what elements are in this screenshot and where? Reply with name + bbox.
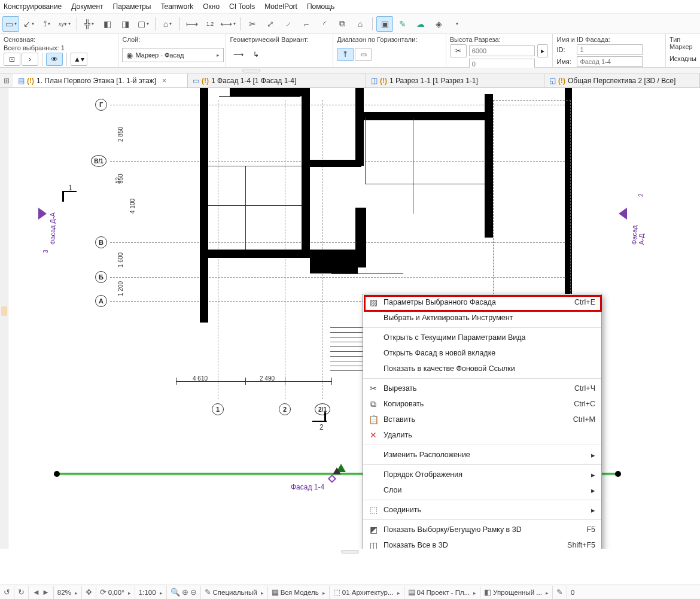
dim-chain-icon[interactable]: ⟼ (184, 16, 200, 32)
geom1-icon[interactable]: ⟶ (230, 48, 246, 61)
tab-plan[interactable]: ▤ (!) 1. План Первого Этажа [1. 1-й этаж… (13, 74, 188, 87)
context-menu: ▨ Параметры Выбранного ФасадаCtrl+E Выбр… (363, 294, 602, 549)
menu-modelport[interactable]: ModelPort (264, 2, 297, 11)
tab-fasad[interactable]: ▭ (!) 1 Фасад 1-4 [1 Фасад 1-4] (188, 74, 366, 87)
rect-icon[interactable]: ▢ (135, 16, 151, 32)
copy-icon: ⧉ (368, 399, 379, 409)
ctx-paste[interactable]: 📋ВставитьCtrl+М (363, 412, 601, 427)
fasad-tab-icon: ▭ (193, 77, 199, 85)
ctx-delete[interactable]: ✕Удалить (363, 427, 601, 443)
dim-linear-icon[interactable]: 1.2 (202, 16, 218, 32)
grid-bubble-g: Г (95, 99, 107, 111)
marker-type-label: Тип Маркер (669, 36, 696, 50)
tab-razrez[interactable]: ◫ (!) 1 Разрез 1-1 [1 Разрез 1-1] (366, 74, 544, 87)
ctx-show3d-all[interactable]: ◫Показать Все в 3DShift+F5 (363, 537, 601, 549)
fillet-icon[interactable]: ◜ (316, 16, 333, 32)
xy-tool-icon[interactable]: xy▾ (56, 16, 73, 32)
pencil-icon[interactable]: ✎ (394, 16, 411, 32)
scissors-icon: ✂ (368, 384, 379, 393)
drawing-canvas[interactable]: Г В/1 В Б А 1 2 2/1 2 850 950 4 100 1 60… (8, 88, 700, 549)
menu-window[interactable]: Окно (203, 2, 220, 11)
ctx-cut[interactable]: ✂ВырезатьCtrl+Ч (363, 381, 601, 396)
layer-dropdown[interactable]: ◉Маркер - Фасад ▸ (122, 48, 224, 62)
connect-icon: ⬚ (368, 505, 379, 515)
line-tool-icon[interactable]: ↙ (20, 16, 37, 32)
hrange2-icon[interactable]: ▭ (355, 48, 372, 61)
grid-bubble-21: 2/1 (315, 403, 330, 415)
marker-type-val: Исходны (669, 55, 696, 62)
ctx-layers[interactable]: Слои▸ (363, 482, 601, 498)
ctx-connect[interactable]: ⬚Соединить▸ (363, 502, 601, 518)
ctx-copy[interactable]: ⧉КопироватьCtrl+C (363, 396, 601, 412)
tab-3d[interactable]: ◱ (!) Общая Перспектива 2 [3D / Все] (544, 74, 700, 87)
dim-dd-icon[interactable]: ⟷ (220, 16, 236, 32)
views-grid-icon[interactable]: ⊞ (0, 75, 13, 87)
dim-1600: 1 600 (117, 253, 124, 267)
scroll-handle[interactable] (1, 306, 7, 316)
tab-plan-label: 1. План Первого Этажа [1. 1-й этаж] (36, 77, 156, 85)
sel-arrow-icon[interactable]: ▲▾ (71, 53, 87, 66)
dim-2850: 2 850 (117, 127, 124, 142)
show3d-icon[interactable]: ▣ (376, 16, 393, 32)
name-field[interactable] (577, 56, 643, 67)
menu-dokument[interactable]: Документ (71, 2, 103, 11)
name-label: Имя: (556, 58, 574, 65)
menu-params[interactable]: Параметры (113, 2, 151, 11)
link-icon[interactable]: ◈ (430, 16, 447, 32)
sectionh-val1[interactable] (469, 45, 535, 56)
bottom-grip[interactable] (341, 550, 359, 554)
roof-icon[interactable]: ⌂ (352, 16, 369, 32)
last-dd-icon[interactable] (448, 16, 465, 32)
snap-icon[interactable]: ◧ (99, 16, 115, 32)
paste-icon: 📋 (368, 415, 379, 424)
snap2-icon[interactable]: ◨ (117, 16, 133, 32)
dim-4100: 4 100 (129, 199, 136, 214)
close-icon[interactable]: × (162, 77, 166, 85)
sectionh-label: Высота Разреза: (450, 36, 549, 43)
sectionh-dd[interactable]: ▸ (537, 44, 548, 57)
sel-eye-icon[interactable]: 👁 (46, 53, 63, 66)
id-field[interactable] (577, 44, 643, 55)
sectionh-icon[interactable]: ✂ (450, 44, 467, 57)
fasad-end-marker[interactable] (615, 471, 621, 477)
menu-help[interactable]: Помощь (307, 2, 334, 11)
vertical-scrollbar[interactable] (0, 88, 8, 549)
ruler-tool-icon[interactable]: ⟟ (38, 16, 55, 32)
eye-icon: ◉ (126, 51, 133, 60)
adjust-icon[interactable]: ⤢ (262, 16, 279, 32)
cube-sel-icon: ◩ (368, 525, 379, 534)
cloud-icon[interactable]: ☁ (412, 16, 429, 32)
ctx-open-newtab[interactable]: Открыть Фасад в новой вкладке (363, 345, 601, 361)
ctx-activate[interactable]: Выбрать и Активировать Инструмент (363, 310, 601, 326)
menu-teamwork[interactable]: Teamwork (161, 2, 194, 11)
delete-icon: ✕ (368, 430, 379, 440)
small2r: 2 (638, 193, 644, 197)
panel-grip[interactable] (242, 69, 260, 72)
corner-icon[interactable]: ⌐ (298, 16, 315, 32)
grid-icon[interactable]: ╬ (81, 16, 98, 32)
ctx-open-current[interactable]: Открыть с Текущими Параметрами Вида (363, 330, 601, 345)
ctx-params[interactable]: ▨ Параметры Выбранного ФасадаCtrl+E (363, 294, 601, 310)
menu-citools[interactable]: CI Tools (229, 2, 255, 11)
menu-konstr[interactable]: Конструирование (4, 2, 62, 11)
ctx-order[interactable]: Порядок Отображения▸ (363, 467, 601, 482)
tabstrip: ⊞ ▤ (!) 1. План Первого Этажа [1. 1-й эт… (0, 74, 700, 88)
scissors-icon[interactable]: ✂ (244, 16, 261, 32)
ctx-show-trace[interactable]: Показать в качестве Фоновой Ссылки (363, 361, 601, 376)
hrange1-icon[interactable]: ⤒ (337, 48, 354, 61)
sel2-icon[interactable]: › (22, 53, 38, 66)
geom-label: Геометрический Вариант: (230, 36, 329, 43)
sel1-icon[interactable]: ⊡ (4, 53, 20, 66)
cursor-tool-icon[interactable]: ▭ (2, 16, 19, 32)
trim-icon[interactable]: ⟋ (280, 16, 297, 32)
ctx-move[interactable]: Изменить Расположение▸ (363, 447, 601, 463)
tab-warn: (!) (27, 77, 34, 85)
fasad-start-marker[interactable] (54, 471, 60, 477)
geom2-icon[interactable]: ↳ (248, 48, 264, 61)
dim-12: 12 (115, 177, 121, 184)
settings-icon: ▨ (368, 297, 379, 307)
offset-icon[interactable]: ⧉ (334, 16, 351, 32)
house-icon[interactable]: ⌂ (159, 16, 176, 32)
ctx-show3d-sel[interactable]: ◩Показать Выборку/Бегущую Рамку в 3DF5 (363, 522, 601, 537)
fasad-caption: Фасад 1-4 (291, 483, 324, 491)
